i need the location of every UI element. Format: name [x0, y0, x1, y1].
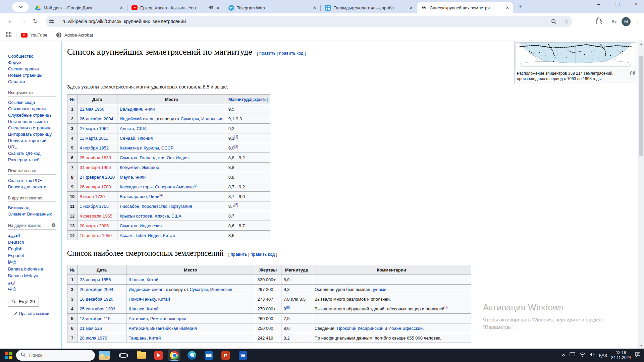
apps-grid-icon[interactable]: [6, 32, 11, 39]
date-link[interactable]: 26 декабря 2004: [80, 287, 113, 292]
bookmark-adobe-acrobat[interactable]: Adobe Acrobat: [56, 32, 93, 38]
sidebar-item[interactable]: Сообщество: [8, 53, 54, 59]
sidebar-item[interactable]: Справка: [8, 78, 54, 85]
forward-button[interactable]: →: [20, 17, 26, 24]
date-link[interactable]: 27 февраля 2010: [80, 175, 115, 180]
date-link[interactable]: 15 августа 1950: [80, 233, 112, 238]
bookmark-youtube[interactable]: YouTube: [21, 33, 47, 38]
action-center-icon[interactable]: [635, 352, 641, 359]
sidebar-item[interactable]: Цитировать страницу: [8, 131, 54, 137]
maximize-button[interactable]: ▢: [612, 1, 623, 7]
hide-column-link[interactable]: [скрыть]: [251, 97, 268, 102]
place-link[interactable]: Лиссабон, Королевство Португалия: [120, 204, 192, 209]
place-link[interactable]: Аляска, США: [120, 126, 147, 131]
place-link[interactable]: Суматры: [190, 287, 208, 292]
powerpoint-button[interactable]: P: [219, 349, 231, 361]
tab-close-icon[interactable]: ✕: [215, 5, 221, 11]
sidebar-item[interactable]: हिन्दी: [8, 259, 54, 266]
sidebar-item[interactable]: Español: [8, 252, 54, 259]
sidebar-item[interactable]: Викисклад: [8, 204, 54, 211]
more-languages-button[interactable]: жAЕщё 29: [8, 297, 39, 307]
edit-source-link[interactable]: править код: [279, 51, 303, 56]
url-text[interactable]: ru.wikipedia.org/wiki/Список_крупнейших_…: [62, 19, 548, 24]
profile-avatar[interactable]: M: [622, 17, 631, 26]
sidebar-item[interactable]: Bahasa Indonesia: [8, 266, 54, 273]
epicenter-map-thumb[interactable]: Расположение эпицентров 358 214 землетря…: [514, 41, 637, 84]
place-link[interactable]: Камчатка и Курилы, СССР: [120, 145, 174, 150]
footnote-ref[interactable]: [5]: [234, 203, 238, 206]
sidebar-item[interactable]: العربية: [8, 232, 54, 239]
browser-tab[interactable]: Ғаламдық экологиялық пробл✕: [321, 2, 417, 13]
date-link[interactable]: 27 марта 1964: [80, 126, 109, 131]
place-link[interactable]: Суматра, Голландская Ост-Индия: [120, 155, 189, 160]
place-link[interactable]: Индонезия: [201, 116, 223, 121]
sidebar-item[interactable]: Служебные страницы: [8, 112, 54, 118]
magnify-icon[interactable]: [630, 71, 635, 76]
sidebar-item[interactable]: Bahasa Melayu: [8, 273, 54, 279]
tab-close-icon[interactable]: ✕: [118, 5, 124, 11]
date-link[interactable]: 21 мая 526: [80, 326, 102, 331]
file-explorer-button[interactable]: [136, 349, 148, 361]
place-link[interactable]: цунами: [371, 287, 386, 292]
place-link[interactable]: Индийский океан: [120, 116, 155, 121]
place-link[interactable]: Антиохия, Римская империя: [129, 316, 186, 321]
place-link[interactable]: Крысьи острова, Аляска, США: [120, 214, 181, 219]
date-link[interactable]: 25 ноября 1833: [80, 155, 111, 160]
sidebar-item[interactable]: Форум: [8, 59, 54, 66]
task-view-button[interactable]: [117, 349, 129, 361]
omnibox[interactable]: ru.wikipedia.org/wiki/Список_крупнейших_…: [46, 16, 572, 27]
date-link[interactable]: 31 января 1906: [80, 165, 111, 170]
zoom-icon[interactable]: [551, 19, 557, 24]
footnote-ref[interactable]: [2]: [234, 144, 238, 148]
footnote-ref[interactable]: [7]: [444, 305, 448, 309]
scrollbar-thumb[interactable]: [639, 56, 643, 156]
menu-kebab-icon[interactable]: ⋮: [635, 18, 641, 25]
sidebar-item[interactable]: Получить короткий URL: [8, 137, 54, 150]
sidebar-item[interactable]: Связанные правки: [8, 106, 54, 112]
word-button[interactable]: W: [237, 349, 249, 361]
place-link[interactable]: Антиохия, Византийская империя: [129, 326, 197, 331]
date-link[interactable]: 13 декабря 115: [80, 316, 111, 321]
place-link[interactable]: Суматры: [181, 116, 199, 121]
page-scrollbar[interactable]: ▲ ▼: [638, 41, 644, 349]
browser-tab[interactable]: Еркеш Хасен - Қызым - You✕: [127, 2, 224, 13]
place-link[interactable]: Шаньси, Китай: [129, 306, 159, 311]
edit-link[interactable]: править: [231, 252, 247, 257]
date-link[interactable]: 28 июля 1976: [80, 336, 107, 341]
sidebar-item[interactable]: Постоянная ссылка: [8, 118, 54, 125]
tray-expand-icon[interactable]: [562, 354, 566, 358]
wifi-icon[interactable]: [579, 352, 585, 358]
place-link[interactable]: Ассам, Тибет Индия, Китай: [120, 233, 175, 238]
sidebar-item[interactable]: Новые страницы: [8, 72, 54, 78]
footnote-ref[interactable]: [1]: [234, 135, 238, 138]
sidebar-item[interactable]: Сведения о странице: [8, 125, 54, 131]
sidebar-item[interactable]: اردو: [8, 279, 54, 286]
place-link[interactable]: Каскадные горы, Северная Америка: [120, 184, 194, 189]
sidebar-item[interactable]: English: [8, 246, 54, 252]
place-link[interactable]: Индонезия: [210, 287, 232, 292]
media-player-button[interactable]: [152, 349, 164, 361]
place-link[interactable]: Сендай, Япония: [120, 136, 153, 141]
widgets-button[interactable]: [98, 349, 110, 361]
browser-tab[interactable]: WСписок крупнейших землетря✕: [417, 2, 513, 13]
edit-link[interactable]: править: [259, 51, 275, 56]
date-link[interactable]: 1 ноября 1755: [80, 204, 109, 209]
tab-close-icon[interactable]: ✕: [504, 5, 511, 11]
clock[interactable]: 12:18 24.11.2024: [611, 350, 631, 360]
place-link[interactable]: Иоанн Эфесский: [388, 326, 423, 331]
sidebar-item[interactable]: Скачать как PDF: [8, 177, 54, 184]
browser-tab[interactable]: Мой диск – Google Диск✕: [31, 2, 127, 13]
mail-button[interactable]: [203, 349, 215, 361]
site-settings-icon[interactable]: [49, 19, 54, 24]
tab-close-icon[interactable]: ✕: [312, 5, 318, 11]
date-link[interactable]: 4 ноября 1952: [80, 145, 109, 150]
date-link[interactable]: 26 декабря 2004: [80, 116, 113, 121]
place-link[interactable]: Вальпараисо, Чили: [120, 194, 159, 199]
chrome-button[interactable]: [168, 349, 180, 361]
place-link[interactable]: Таншань, Китай: [129, 336, 161, 341]
date-link[interactable]: 25 сентября 1303: [80, 306, 115, 311]
footnote-ref[interactable]: [4]: [159, 193, 163, 197]
place-link[interactable]: Индийский океан: [129, 287, 164, 292]
place-link[interactable]: Прокопий Кесарийский: [337, 326, 383, 331]
place-link[interactable]: Нинся-Ганьсу, Китай: [129, 297, 170, 302]
